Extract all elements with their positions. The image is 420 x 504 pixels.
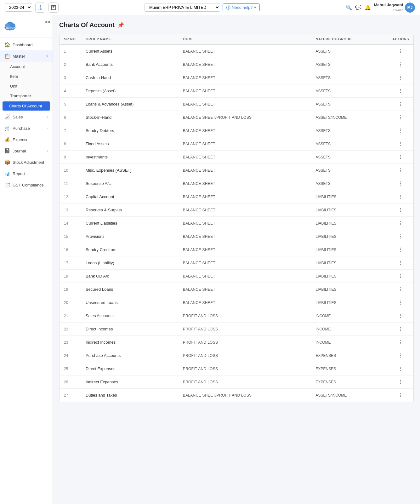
chat-icon[interactable]: 💬	[355, 4, 361, 10]
sidebar-item-purchase[interactable]: 🛒 Purchase ›	[0, 123, 53, 134]
actions-menu-btn-11[interactable]	[392, 193, 409, 200]
actions-menu-btn-19[interactable]	[392, 299, 409, 306]
cell-sr-24: 25	[60, 362, 81, 375]
actions-menu-btn-18[interactable]	[392, 286, 409, 293]
cell-sr-26: 27	[60, 389, 81, 402]
actions-menu-btn-26[interactable]	[392, 392, 409, 398]
pin-icon[interactable]: 📌	[118, 22, 124, 28]
cell-nature-25: EXPENSES	[311, 375, 388, 389]
table-row: 27 Duties and Taxes BALANCE SHEET/PROFIT…	[60, 389, 413, 402]
actions-menu-btn-3[interactable]	[392, 88, 409, 94]
cell-actions-7	[388, 137, 413, 151]
actions-menu-btn-8[interactable]	[392, 154, 409, 160]
sidebar-item-charts-of-account[interactable]: Charts Of Account	[3, 101, 50, 111]
sidebar-collapse-btn[interactable]: ◀◀	[44, 20, 50, 24]
sidebar-item-sales[interactable]: 📈 Sales ›	[0, 111, 53, 123]
cell-item-12: BALANCE SHEET	[179, 203, 311, 217]
cell-nature-1: ASSETS	[311, 58, 388, 71]
actions-menu-btn-9[interactable]	[392, 167, 409, 174]
actions-menu-btn-14[interactable]	[392, 233, 409, 240]
company-select[interactable]: Munim ERP PRIVATE LIMITED	[145, 3, 220, 12]
sidebar-item-report[interactable]: 📊 Report	[0, 168, 53, 179]
sidebar-item-transporter[interactable]: Transporter	[0, 91, 53, 101]
actions-menu-btn-17[interactable]	[392, 273, 409, 279]
report-icon: 📊	[4, 171, 10, 176]
actions-menu-btn-13[interactable]	[392, 220, 409, 226]
expense-icon: 💰	[4, 137, 10, 142]
sidebar-item-account[interactable]: Account	[0, 62, 53, 72]
cell-actions-3	[388, 84, 413, 98]
actions-menu-btn-0[interactable]	[392, 48, 409, 54]
actions-menu-btn-25[interactable]	[392, 379, 409, 385]
actions-menu-btn-1[interactable]	[392, 61, 409, 68]
sidebar-item-stock-adjustment[interactable]: 📦 Stock Adjustment	[0, 157, 53, 168]
user-info: Mehul Jagwani Owner MJ	[374, 3, 415, 13]
cell-item-15: BALANCE SHEET	[179, 243, 311, 256]
cell-actions-6	[388, 124, 413, 137]
bell-icon[interactable]: 🔔	[365, 4, 371, 10]
help-button[interactable]: Need help? ▾	[223, 3, 260, 11]
search-icon[interactable]: 🔍	[346, 4, 352, 10]
notification-icon-btn[interactable]	[48, 3, 59, 13]
table-row: 23 Indirect Incomes PROFIT AND LOSS INCO…	[60, 336, 413, 349]
cell-actions-0	[388, 44, 413, 58]
table-row: 3 Cash-in-Hand BALANCE SHEET ASSETS	[60, 71, 413, 84]
cell-sr-17: 18	[60, 270, 81, 283]
cell-sr-8: 9	[60, 151, 81, 164]
actions-menu-btn-4[interactable]	[392, 101, 409, 107]
actions-menu-btn-7[interactable]	[392, 140, 409, 147]
actions-menu-btn-12[interactable]	[392, 207, 409, 213]
sidebar-item-unit[interactable]: Unit	[0, 81, 53, 91]
cell-group-6: Sundry Debtors	[81, 124, 179, 137]
sidebar-item-master-label: Master	[13, 54, 25, 59]
actions-menu-btn-21[interactable]	[392, 326, 409, 332]
cell-group-14: Provisions	[81, 230, 179, 243]
cell-nature-20: INCOME	[311, 309, 388, 323]
actions-menu-btn-15[interactable]	[392, 246, 409, 253]
sidebar-item-gst-compliance[interactable]: 📑 GST Compliance	[0, 179, 53, 191]
actions-menu-btn-24[interactable]	[392, 365, 409, 372]
table-row: 16 Sundry Creditors BALANCE SHEET LIABIL…	[60, 243, 413, 256]
topbar-center: Munim ERP PRIVATE LIMITED Need help? ▾	[62, 3, 342, 12]
accessibility-icon-btn[interactable]	[35, 3, 45, 13]
year-select[interactable]: 2023-24	[5, 3, 32, 12]
cell-nature-8: ASSETS	[311, 151, 388, 164]
actions-menu-btn-6[interactable]	[392, 127, 409, 134]
layout: munim ◀◀ 🏠 Dashboard 📋 Master ▾ Account …	[0, 15, 420, 504]
cell-item-14: BALANCE SHEET	[179, 230, 311, 243]
table-row: 7 Sundry Debtors BALANCE SHEET ASSETS	[60, 124, 413, 137]
cell-actions-21	[388, 323, 413, 336]
avatar[interactable]: MJ	[405, 3, 415, 13]
cell-item-13: BALANCE SHEET	[179, 217, 311, 230]
help-label: Need help?	[232, 5, 253, 10]
actions-menu-btn-22[interactable]	[392, 339, 409, 346]
user-name: Mehul Jagwani	[374, 3, 403, 8]
cell-sr-4: 5	[60, 98, 81, 111]
actions-menu-btn-2[interactable]	[392, 74, 409, 81]
sidebar-item-dashboard[interactable]: 🏠 Dashboard	[0, 39, 53, 50]
sidebar-item-expense[interactable]: 💰 Expense	[0, 134, 53, 145]
actions-menu-btn-23[interactable]	[392, 352, 409, 359]
munim-logo: munim	[4, 20, 16, 34]
user-text: Mehul Jagwani Owner	[374, 3, 403, 12]
cell-item-4: BALANCE SHEET	[179, 98, 311, 111]
cell-item-6: BALANCE SHEET	[179, 124, 311, 137]
sales-chevron: ›	[47, 115, 48, 119]
sidebar-item-master[interactable]: 📋 Master ▾	[0, 50, 53, 62]
cell-group-11: Capital Account	[81, 190, 179, 203]
cell-group-1: Bank Accounts	[81, 58, 179, 71]
actions-menu-btn-10[interactable]	[392, 180, 409, 187]
cell-nature-18: LIABILITIES	[311, 283, 388, 296]
table-row: 10 Misc. Expenses (ASSET) BALANCE SHEET …	[60, 164, 413, 177]
actions-menu-btn-5[interactable]	[392, 114, 409, 121]
actions-menu-btn-16[interactable]	[392, 260, 409, 266]
cell-item-26: BALANCE SHEET/PROFIT AND LOSS	[179, 389, 311, 402]
cell-actions-2	[388, 71, 413, 84]
actions-menu-btn-20[interactable]	[392, 312, 409, 319]
cell-sr-11: 12	[60, 190, 81, 203]
cell-actions-15	[388, 243, 413, 256]
cell-item-1: BALANCE SHEET	[179, 58, 311, 71]
cell-group-18: Secured Loans	[81, 283, 179, 296]
sidebar-item-item[interactable]: Item	[0, 72, 53, 81]
sidebar-item-journal[interactable]: 📓 Journal ›	[0, 145, 53, 157]
